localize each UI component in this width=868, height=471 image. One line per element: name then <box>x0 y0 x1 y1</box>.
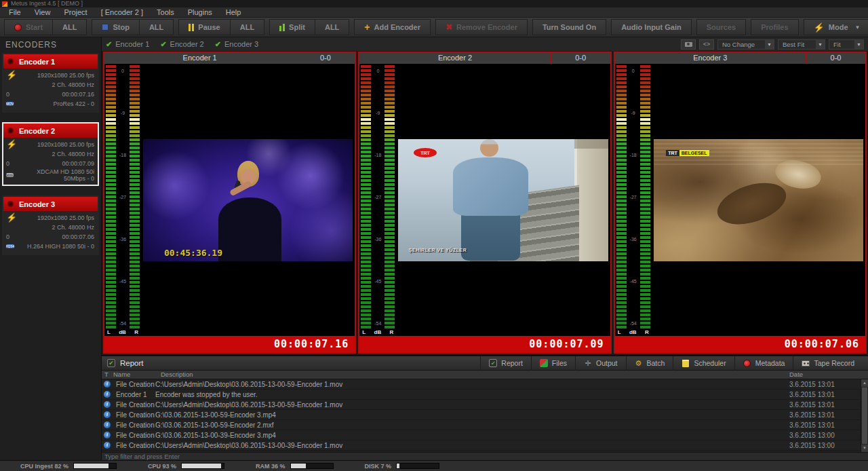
db-scale-label: -36 <box>627 237 640 242</box>
trt-logo: TRT <box>413 147 437 158</box>
snapshot-button[interactable] <box>681 39 696 50</box>
encoders-sidebar: ENCODERS Encoder 1 ⚡1920x1080 25.00 fps … <box>0 37 102 460</box>
cpu-bar <box>181 463 224 469</box>
info-icon: i <box>104 442 111 449</box>
note-icon <box>682 360 689 367</box>
tab-files[interactable]: Files <box>531 356 575 371</box>
mode-button[interactable]: ⚡Mode▼ <box>804 20 868 35</box>
best-fit-dropdown[interactable]: Best Fit▼ <box>778 39 825 50</box>
encoder-card-1[interactable]: Encoder 1 ⚡1920x1080 25.00 fps 2 Ch. 480… <box>2 53 99 113</box>
menu-view[interactable]: View <box>28 8 57 16</box>
lightning-icon: ⚡ <box>6 214 20 221</box>
scroll-thumb[interactable] <box>862 388 867 444</box>
filter-input[interactable] <box>102 453 868 460</box>
start-group: Start ALL <box>4 19 87 35</box>
record-dot-icon <box>7 58 14 64</box>
scroll-up-icon[interactable]: ▲ <box>861 379 868 387</box>
tab-scheduler[interactable]: Scheduler <box>673 356 734 371</box>
turn-sound-on-button[interactable]: Turn Sound On <box>533 20 606 35</box>
add-encoder-button[interactable]: +Add Encoder <box>355 20 430 35</box>
encoder-card-3[interactable]: Encoder 3 ⚡1920x1080 25.00 fps 2 Ch. 480… <box>2 195 99 255</box>
info-icon: i <box>104 432 111 438</box>
tab-report[interactable]: ✔Report <box>480 356 531 371</box>
vu-meter: 0 -9 -18 -27 -36 -45 -54 LdBR <box>359 64 396 336</box>
db-scale-label: -45 <box>627 279 640 284</box>
pause-all-button[interactable]: ALL <box>231 20 264 35</box>
report-scrollbar[interactable]: ▲ ▼ <box>861 379 868 452</box>
no-change-dropdown[interactable]: No Change▼ <box>717 39 774 50</box>
pause-button[interactable]: Pause <box>179 20 230 35</box>
panel-title: Encoder 3 <box>615 53 806 63</box>
column-description[interactable]: Description <box>161 371 789 379</box>
table-row[interactable]: iFile CreationG:\03.06.2015-13-00-59-Enc… <box>102 420 861 430</box>
tab-metadata[interactable]: Metadata <box>734 356 793 371</box>
encoder-panels: Encoder 1 0-0 0 -9 -18 -27 <box>102 51 868 355</box>
menu-encoder2[interactable]: [ Encoder 2 ] <box>95 8 149 16</box>
tab-encoder-3[interactable]: ✔Encoder 3 <box>215 40 258 49</box>
start-all-button[interactable]: ALL <box>53 20 86 35</box>
table-row[interactable]: iFile CreationG:\03.06.2015-13-00-39-Enc… <box>102 430 861 440</box>
menu-help[interactable]: Help <box>220 8 248 16</box>
tab-tape-record[interactable]: Tape Record <box>793 356 863 371</box>
encoder-audio: 2 Ch. 48000 Hz <box>20 81 94 88</box>
db-scale-label: -54 <box>371 321 384 326</box>
vu-bar-left <box>361 65 371 328</box>
column-date[interactable]: Date <box>789 371 861 379</box>
fit-dropdown[interactable]: Fit▼ <box>829 39 864 50</box>
vulture <box>713 175 792 232</box>
menu-tools[interactable]: Tools <box>151 8 180 16</box>
menu-file[interactable]: File <box>3 8 27 16</box>
video-preview-2: TRT ŞEHİRLER VE YÜZLER <box>398 139 608 261</box>
start-icon <box>14 24 22 31</box>
db-scale-label: -18 <box>627 152 640 157</box>
tab-batch[interactable]: ⚙Batch <box>626 356 673 371</box>
stop-all-button[interactable]: ALL <box>140 20 173 35</box>
report-panel: ✔ Report ✔Report Files ✛Output ⚙Batch Sc… <box>102 355 868 460</box>
tab-output[interactable]: ✛Output <box>575 356 626 371</box>
vu-meter: 0 -9 -18 -27 -36 -45 -54 LdBR <box>615 64 652 336</box>
column-type[interactable]: T <box>102 371 113 379</box>
audio-input-gain-button[interactable]: Audio Input Gain <box>612 20 691 35</box>
encoder-codec: H.264 HIGH 1080 50i - 0 <box>20 243 94 250</box>
table-row[interactable]: iFile CreationC:\Users\Admin\Desktop\03.… <box>102 400 861 410</box>
panel-title: Encoder 2 <box>359 53 550 63</box>
menu-project[interactable]: Project <box>58 8 93 16</box>
profiles-button[interactable]: Profiles <box>751 20 797 35</box>
vu-bar-right <box>640 65 650 328</box>
db-scale-label: -45 <box>116 279 130 284</box>
table-row[interactable]: iFile CreationC:\Users\Admin\Desktop\03.… <box>102 379 861 390</box>
stop-button[interactable]: Stop <box>92 20 139 35</box>
menu-plugins[interactable]: Plugins <box>182 8 218 16</box>
encoder-resolution: 1920x1080 25.00 fps <box>20 72 94 79</box>
column-name[interactable]: Name <box>113 371 161 379</box>
lightning-icon: ⚡ <box>6 141 20 148</box>
db-scale-label: -18 <box>116 152 130 157</box>
table-row[interactable]: iFile CreationC:\Users\Admin\Desktop\03.… <box>102 440 861 451</box>
encoder-count: 0 <box>6 233 20 240</box>
split-button[interactable]: Split <box>270 20 315 35</box>
encoder-panel-3[interactable]: Encoder 3 0-0 0 -9 -18 -27 <box>614 52 867 354</box>
encoder-card-2[interactable]: Encoder 2 ⚡1920x1080 25.00 fps 2 Ch. 480… <box>2 122 99 186</box>
sources-button[interactable]: Sources <box>697 20 745 35</box>
encoder-panel-1[interactable]: Encoder 1 0-0 0 -9 -18 -27 <box>103 52 356 354</box>
ram-label: RAM 36 % <box>256 463 285 470</box>
info-icon: i <box>104 391 111 398</box>
pause-icon <box>189 24 194 31</box>
tab-encoder-2[interactable]: ✔Encoder 2 <box>160 40 203 49</box>
db-scale-label: -27 <box>371 195 384 200</box>
encoder-panel-2[interactable]: Encoder 2 0-0 0 -9 -18 -27 <box>358 52 611 354</box>
compare-button[interactable]: <> <box>699 39 714 50</box>
tab-encoder-1[interactable]: ✔Encoder 1 <box>106 40 149 49</box>
video-preview-1: 00:45:36.19 <box>143 139 353 261</box>
split-all-button[interactable]: ALL <box>315 20 349 35</box>
start-button[interactable]: Start <box>5 20 53 35</box>
info-icon: i <box>104 381 111 388</box>
remove-encoder-button[interactable]: ✖Remove Encoder <box>436 20 527 35</box>
report-filter-bar <box>102 452 868 460</box>
lightning-icon: ⚡ <box>814 22 825 33</box>
db-scale-label: -54 <box>627 321 640 326</box>
table-row[interactable]: iEncoder 1Encoder was stopped by the use… <box>102 390 861 400</box>
vu-bar-right <box>384 65 395 328</box>
table-row[interactable]: iFile CreationG:\03.06.2015-13-00-59-Enc… <box>102 410 861 420</box>
scroll-down-icon[interactable]: ▼ <box>861 445 868 452</box>
